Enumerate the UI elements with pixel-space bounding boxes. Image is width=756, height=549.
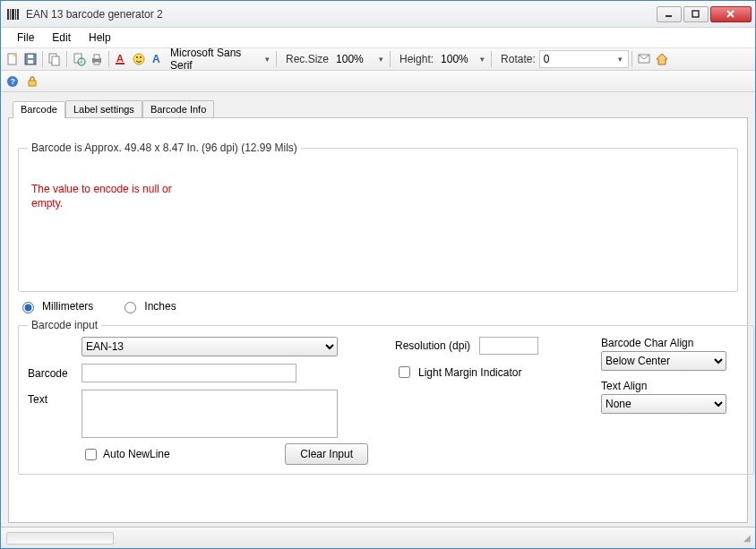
svg-rect-18 bbox=[94, 55, 99, 59]
svg-rect-6 bbox=[692, 11, 699, 17]
barcode-input-group: Barcode input EAN-13 Barcode bbox=[18, 319, 754, 475]
new-icon[interactable] bbox=[4, 51, 21, 67]
export-icon[interactable] bbox=[636, 51, 652, 67]
print-preview-icon[interactable] bbox=[71, 51, 87, 67]
svg-rect-4 bbox=[17, 9, 19, 20]
svg-rect-0 bbox=[7, 9, 9, 20]
radio-inches[interactable]: Inches bbox=[120, 299, 176, 313]
toolbar: A A Microsoft Sans Serif Rec.Size 100% H… bbox=[1, 47, 755, 71]
menubar: File Edit Help bbox=[1, 28, 755, 47]
unit-radio-group: Millimeters Inches bbox=[18, 299, 738, 313]
svg-point-24 bbox=[140, 56, 142, 58]
svg-rect-12 bbox=[28, 55, 33, 58]
save-icon[interactable] bbox=[22, 51, 39, 67]
height-label: Height: bbox=[399, 53, 434, 65]
emoji-icon[interactable] bbox=[131, 51, 147, 67]
home-icon[interactable] bbox=[654, 51, 670, 67]
client-area: Barcode Label settings Barcode Info Barc… bbox=[1, 92, 755, 527]
text-align-label: Text Align bbox=[601, 380, 744, 392]
error-message: The value to encode is null or empty. bbox=[31, 183, 175, 210]
recsize-label: Rec.Size bbox=[286, 53, 329, 65]
char-align-combo[interactable]: Below Center bbox=[601, 351, 726, 371]
copy-icon[interactable] bbox=[47, 51, 63, 67]
recsize-combo[interactable]: 100% bbox=[332, 50, 386, 68]
toolbar-2: ? bbox=[1, 71, 755, 92]
tab-control: Barcode Label settings Barcode Info Barc… bbox=[8, 117, 748, 523]
auto-newline-checkbox[interactable]: Auto NewLine bbox=[82, 446, 170, 463]
progress-bar bbox=[6, 532, 114, 545]
clear-input-button[interactable]: Clear Input bbox=[285, 443, 368, 465]
svg-rect-29 bbox=[29, 81, 36, 86]
char-align-label: Barcode Char Align bbox=[601, 337, 744, 349]
text-input[interactable] bbox=[82, 390, 338, 438]
svg-rect-1 bbox=[10, 9, 11, 20]
rotate-label: Rotate: bbox=[501, 53, 536, 65]
light-margin-checkbox[interactable]: Light Margin Indicator bbox=[395, 364, 574, 381]
svg-rect-21 bbox=[116, 63, 125, 64]
barcode-type-combo[interactable]: EAN-13 bbox=[82, 337, 338, 356]
font-icon[interactable]: A bbox=[149, 51, 165, 67]
svg-point-22 bbox=[133, 54, 144, 64]
svg-rect-14 bbox=[52, 56, 59, 65]
menu-edit[interactable]: Edit bbox=[43, 30, 80, 46]
svg-rect-3 bbox=[15, 9, 16, 20]
resize-grip-icon[interactable]: ◢ bbox=[743, 533, 750, 543]
app-window: EAN 13 barcode generator 2 File Edit Hel… bbox=[0, 0, 756, 549]
height-combo[interactable]: 100% bbox=[437, 50, 487, 68]
svg-text:A: A bbox=[152, 53, 160, 65]
tab-barcode-info[interactable]: Barcode Info bbox=[142, 100, 214, 117]
preview-group: Barcode is Approx. 49.48 x 8.47 In. (96 … bbox=[18, 142, 738, 292]
print-icon[interactable] bbox=[89, 51, 105, 67]
app-icon bbox=[6, 7, 21, 21]
maximize-button[interactable] bbox=[683, 6, 709, 22]
barcode-input[interactable] bbox=[82, 364, 296, 382]
window-title: EAN 13 barcode generator 2 bbox=[26, 8, 657, 21]
svg-rect-19 bbox=[94, 62, 99, 64]
resolution-label: Resolution (dpi) bbox=[395, 339, 470, 352]
rotate-input[interactable] bbox=[539, 50, 629, 68]
svg-rect-11 bbox=[28, 60, 33, 64]
svg-rect-2 bbox=[12, 9, 14, 20]
svg-point-23 bbox=[136, 56, 138, 58]
minimize-button[interactable] bbox=[657, 6, 682, 22]
menu-file[interactable]: File bbox=[8, 30, 43, 46]
menu-help[interactable]: Help bbox=[80, 30, 120, 46]
help-icon[interactable]: ? bbox=[4, 73, 21, 90]
text-align-combo[interactable]: None bbox=[601, 394, 726, 414]
tab-barcode[interactable]: Barcode bbox=[13, 101, 65, 118]
barcode-label: Barcode bbox=[28, 367, 82, 380]
radio-millimeters[interactable]: Millimeters bbox=[18, 299, 93, 313]
resolution-input[interactable] bbox=[479, 337, 538, 355]
close-button[interactable] bbox=[710, 6, 752, 22]
font-color-icon[interactable]: A bbox=[113, 51, 129, 67]
text-label: Text bbox=[28, 390, 82, 406]
barcode-input-legend: Barcode input bbox=[28, 319, 101, 331]
svg-text:?: ? bbox=[11, 77, 16, 86]
preview-legend: Barcode is Approx. 49.48 x 8.47 In. (96 … bbox=[28, 142, 301, 154]
lock-icon[interactable] bbox=[24, 73, 40, 90]
statusbar: ◢ bbox=[1, 527, 755, 548]
svg-text:A: A bbox=[116, 53, 124, 64]
font-family-combo[interactable]: Microsoft Sans Serif bbox=[167, 50, 272, 68]
tab-label-settings[interactable]: Label settings bbox=[65, 100, 142, 117]
titlebar[interactable]: EAN 13 barcode generator 2 bbox=[1, 1, 755, 28]
